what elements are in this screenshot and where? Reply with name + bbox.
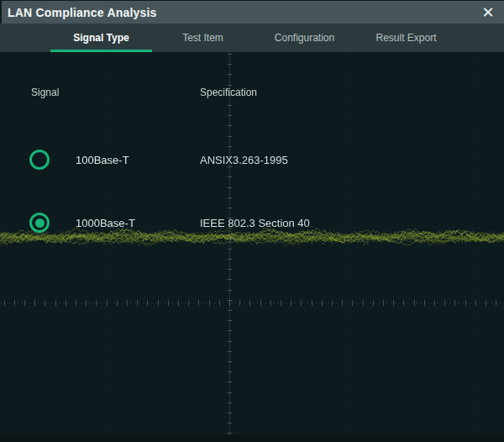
- dialog-titlebar: LAN Compliance Analysis ✕: [0, 0, 504, 24]
- tab-signal-type[interactable]: Signal Type: [50, 24, 152, 52]
- tab-label: Test Item: [182, 32, 223, 44]
- radio-button[interactable]: [29, 150, 50, 170]
- bottom-strip: [0, 435, 504, 442]
- tab-test-item[interactable]: Test Item: [152, 24, 254, 52]
- signal-name: 1000Base-T: [76, 217, 135, 229]
- tab-label: Result Export: [375, 32, 436, 44]
- tab-configuration[interactable]: Configuration: [254, 24, 355, 52]
- signal-row-1000base-t[interactable]: 1000Base-T IEEE 802.3 Section 40: [0, 211, 504, 234]
- tab-label: Configuration: [275, 32, 334, 44]
- tab-result-export[interactable]: Result Export: [355, 24, 457, 52]
- active-tab-underline: [50, 50, 152, 52]
- tab-label: Signal Type: [73, 32, 129, 44]
- close-button[interactable]: ✕: [475, 2, 501, 24]
- signal-row-100base-t[interactable]: 100Base-T ANSIX3.263-1995: [0, 148, 504, 171]
- lan-compliance-dialog: LAN Compliance Analysis ✕ Signal Type Te…: [0, 0, 504, 442]
- signal-specification: IEEE 802.3 Section 40: [200, 217, 310, 229]
- signal-name: 100Base-T: [76, 154, 129, 166]
- column-header-signal: Signal: [31, 87, 59, 98]
- column-header-specification: Specification: [200, 87, 257, 98]
- tab-bar: Signal Type Test Item Configuration Resu…: [0, 24, 504, 52]
- radio-button[interactable]: [29, 213, 50, 233]
- signal-type-panel: Signal Specification 100Base-T ANSIX3.26…: [0, 52, 504, 435]
- signal-specification: ANSIX3.263-1995: [200, 154, 288, 166]
- dialog-title: LAN Compliance Analysis: [2, 6, 157, 19]
- close-icon: ✕: [481, 5, 494, 20]
